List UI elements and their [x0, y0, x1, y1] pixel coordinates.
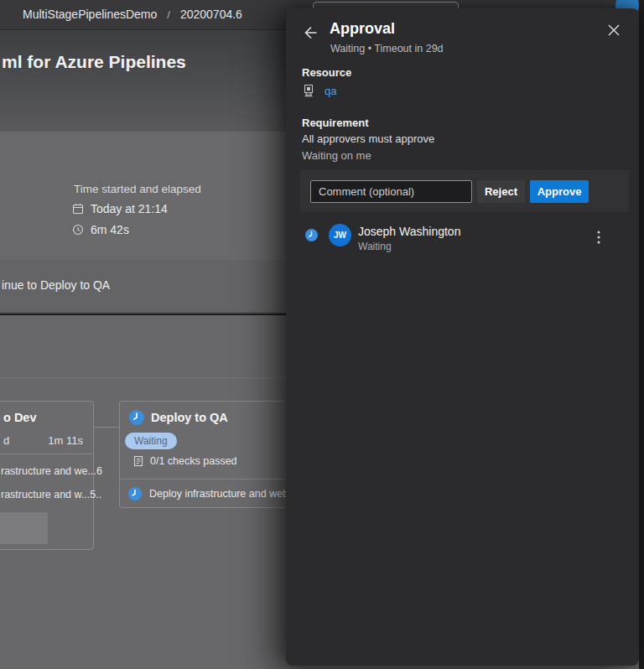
checks-passed-link[interactable]: 0/1 checks passed	[132, 455, 237, 467]
reject-button[interactable]: Reject	[477, 180, 525, 203]
resource-row: qa	[302, 84, 336, 97]
stage-dev-job-1[interactable]: rastructure and we...6	[1, 465, 102, 477]
page-right-edge	[639, 0, 644, 669]
approval-panel: Approval Waiting • Timeout in 29d Resour…	[286, 8, 639, 666]
breadcrumb-run[interactable]: 20200704.6	[180, 8, 242, 21]
stage-card-deploy-to-qa[interactable]: Deploy to QA Waiting 0/1 checks passed D…	[119, 401, 288, 508]
stage-dev-duration: 1m 11s	[48, 434, 83, 447]
checks-passed-text: 0/1 checks passed	[150, 455, 237, 467]
time-elapsed-value: 6m 42s	[91, 223, 129, 236]
stage-qa-title-row: Deploy to QA	[129, 410, 228, 425]
waiting-badge: Waiting	[125, 433, 177, 449]
requirement-status: Waiting on me	[302, 149, 371, 162]
stage-dev-divider	[0, 454, 93, 454]
approver-status: Waiting	[358, 241, 392, 252]
stage-connector-line	[94, 427, 119, 428]
stage-qa-job[interactable]: Deploy infrastructure and web...	[128, 487, 297, 500]
breadcrumb: MultiStagePipelinesDemo / 20200704.6	[23, 8, 242, 21]
back-arrow-icon[interactable]	[301, 23, 319, 42]
stage-card-deploy-to-dev[interactable]: o Dev d 1m 11s rastructure and we...6 ra…	[0, 401, 94, 550]
stage-qa-job-text: Deploy infrastructure and web...	[149, 488, 297, 500]
clock-icon	[72, 224, 84, 236]
requirement-heading: Requirement	[302, 117, 368, 129]
waiting-status-icon	[128, 487, 142, 500]
time-started-value: Today at 21:14	[91, 202, 168, 215]
more-options-icon[interactable]	[592, 230, 605, 245]
screen: MultiStagePipelinesDemo / 20200704.6 ml …	[0, 0, 644, 669]
comment-input[interactable]	[310, 180, 472, 203]
approver-row: JW Joseph Washington Waiting	[286, 220, 639, 258]
requirement-rule: All approvers must approve	[302, 132, 434, 145]
approval-banner-text: inue to Deploy to QA	[2, 278, 110, 292]
stage-dev-title: o Dev	[3, 411, 37, 424]
approver-name: Joseph Washington	[358, 225, 460, 238]
approver-avatar: JW	[329, 224, 351, 246]
time-elapsed-row: 6m 42s	[72, 223, 129, 236]
panel-title: Approval	[330, 20, 395, 38]
waiting-status-icon	[305, 229, 318, 241]
environment-icon	[302, 84, 315, 97]
breadcrumb-project[interactable]: MultiStagePipelinesDemo	[23, 8, 157, 21]
rerun-stage-button[interactable]: un stage	[0, 512, 48, 544]
stage-dev-job-2[interactable]: rastructure and w...5..	[1, 489, 101, 500]
close-icon[interactable]	[605, 22, 622, 39]
stage-qa-title: Deploy to QA	[151, 411, 228, 424]
time-started-row: Today at 21:14	[72, 202, 168, 215]
calendar-icon	[72, 203, 84, 215]
stage-qa-divider	[120, 479, 287, 480]
time-section-label: Time started and elapsed	[74, 183, 201, 195]
panel-subtitle: Waiting • Timeout in 29d	[330, 43, 444, 54]
resource-qa-link[interactable]: qa	[325, 85, 336, 97]
waiting-status-icon	[129, 410, 144, 425]
breadcrumb-separator: /	[167, 8, 170, 21]
page-title: ml for Azure Pipelines	[2, 52, 186, 72]
checklist-icon	[132, 455, 144, 467]
approve-button[interactable]: Approve	[530, 180, 589, 203]
stage-dev-status-fragment: d	[3, 434, 9, 447]
comment-toolbar: Reject Approve	[300, 170, 629, 212]
resource-heading: Resource	[302, 66, 351, 79]
